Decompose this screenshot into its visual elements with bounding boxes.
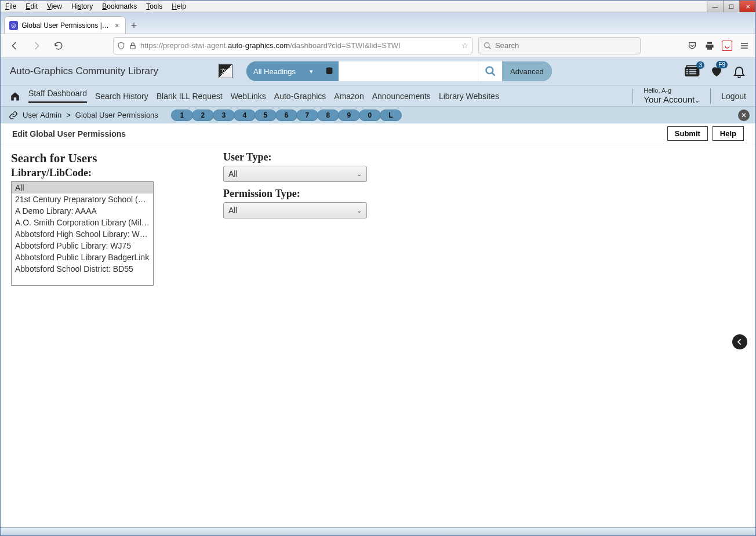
svg-point-1 <box>485 42 489 47</box>
menu-tools[interactable]: Tools <box>141 1 167 12</box>
tab-close-icon[interactable]: × <box>114 21 121 30</box>
headings-dropdown[interactable]: All Headings ▾ <box>246 61 320 81</box>
menu-file[interactable]: File <box>1 1 21 12</box>
notifications-icon[interactable] <box>732 64 746 78</box>
help-button[interactable]: Help <box>713 126 744 141</box>
app-nav: Staff Dashboard Search History Blank ILL… <box>1 85 755 106</box>
list-item[interactable]: A.O. Smith Corporation Library (Milwauke… <box>12 217 153 228</box>
search-heading: Search for Users <box>11 151 154 166</box>
svg-rect-7 <box>686 71 689 72</box>
browser-search-input[interactable]: Search <box>478 37 641 54</box>
account-hello: Hello, A-g <box>644 87 700 94</box>
list-item[interactable]: Abbotsford School District: BD55 <box>12 263 153 275</box>
browser-tab[interactable]: ◎ Global User Permissions | STWI × <box>4 16 126 34</box>
pill-6[interactable]: 6 <box>275 110 297 121</box>
database-icon[interactable] <box>320 61 339 81</box>
number-pills: 1 2 3 4 5 6 7 8 9 0 L <box>172 110 402 121</box>
catalog-search-button[interactable] <box>478 61 502 81</box>
breadcrumb-parent[interactable]: User Admin <box>23 111 61 119</box>
lists-badge: 3 <box>696 61 704 69</box>
language-icon[interactable]: 文A <box>219 64 232 78</box>
pill-1[interactable]: 1 <box>171 110 193 121</box>
nav-blank-ill[interactable]: Blank ILL Request <box>157 92 223 101</box>
pill-0[interactable]: 0 <box>359 110 381 121</box>
page-bar-title: Edit Global User Permissions <box>12 129 126 138</box>
pill-l[interactable]: L <box>380 110 402 121</box>
chevron-down-icon: ⌄ <box>357 170 362 178</box>
search-icon <box>484 42 492 50</box>
permission-type-select[interactable]: All ⌄ <box>223 202 367 218</box>
list-item[interactable]: Abbotsford High School Library: WI456 <box>12 228 153 240</box>
pill-2[interactable]: 2 <box>192 110 214 121</box>
app-header: Auto-Graphics Community Library 文A All H… <box>1 57 755 85</box>
search-placeholder: Search <box>495 41 519 50</box>
nav-search-history[interactable]: Search History <box>95 92 148 101</box>
nav-weblinks[interactable]: WebLinks <box>231 92 266 101</box>
breadcrumb-current: Global User Permissions <box>75 111 158 119</box>
window-footer <box>1 527 755 535</box>
svg-rect-5 <box>686 70 689 71</box>
catalog-search-input[interactable] <box>339 61 478 81</box>
print-icon[interactable] <box>704 41 715 51</box>
advanced-search-button[interactable]: Advanced <box>502 61 552 81</box>
forward-button[interactable] <box>28 38 45 54</box>
window-minimize-button[interactable]: — <box>707 1 723 12</box>
home-icon[interactable] <box>10 91 20 101</box>
hamburger-menu-icon[interactable] <box>739 41 750 51</box>
pill-4[interactable]: 4 <box>234 110 256 121</box>
reload-button[interactable] <box>50 38 67 54</box>
extension-icon[interactable]: ◡ <box>722 41 732 51</box>
favicon-icon: ◎ <box>9 21 18 30</box>
svg-rect-8 <box>689 71 696 72</box>
menu-view[interactable]: View <box>42 1 67 12</box>
url-bar[interactable]: https://preprod-stwi-agent.auto-graphics… <box>113 37 472 54</box>
account-menu[interactable]: Hello, A-g Your Account⌄ <box>644 87 700 105</box>
bookmark-star-icon[interactable]: ☆ <box>461 41 468 50</box>
pill-8[interactable]: 8 <box>317 110 339 121</box>
pill-9[interactable]: 9 <box>338 110 360 121</box>
nav-library-websites[interactable]: Library Websites <box>439 92 499 101</box>
pill-3[interactable]: 3 <box>213 110 235 121</box>
menu-help[interactable]: Help <box>167 1 191 12</box>
url-text: https://preprod-stwi-agent.auto-graphics… <box>140 41 458 50</box>
svg-rect-6 <box>689 70 696 71</box>
browser-navbar: https://preprod-stwi-agent.auto-graphics… <box>1 34 755 57</box>
list-item[interactable]: 21st Century Preparatory School (Racine)… <box>12 194 153 205</box>
user-type-select[interactable]: All ⌄ <box>223 166 367 182</box>
lists-icon[interactable]: 3 <box>685 65 701 78</box>
divider <box>633 89 633 104</box>
svg-rect-0 <box>130 45 135 49</box>
window-maximize-button[interactable]: ☐ <box>723 1 739 12</box>
new-tab-button[interactable]: + <box>126 17 142 34</box>
nav-announcements[interactable]: Announcements <box>372 92 431 101</box>
collapse-panel-button[interactable] <box>732 334 747 349</box>
nav-staff-dashboard[interactable]: Staff Dashboard <box>28 89 87 103</box>
menu-history[interactable]: History <box>67 1 97 12</box>
chevron-down-icon: ⌄ <box>695 97 700 104</box>
svg-rect-10 <box>689 74 696 75</box>
list-item[interactable]: Abbotsford Public Library BadgerLink <box>12 251 153 263</box>
divider <box>710 89 711 104</box>
menu-bookmarks[interactable]: Bookmarks <box>97 1 141 12</box>
menu-edit[interactable]: Edit <box>21 1 42 12</box>
browser-tabbar: ◎ Global User Permissions | STWI × + <box>1 12 755 34</box>
pill-7[interactable]: 7 <box>296 110 318 121</box>
page-bar: Edit Global User Permissions Submit Help <box>1 123 755 144</box>
list-item[interactable]: Abbotsford Public Library: WJ75 <box>12 240 153 251</box>
breadcrumb-close-button[interactable]: ✕ <box>738 110 750 121</box>
logout-link[interactable]: Logout <box>721 92 746 101</box>
pocket-icon[interactable] <box>687 41 697 51</box>
pill-5[interactable]: 5 <box>255 110 277 121</box>
page-content: Search for Users Library/LibCode: All 21… <box>1 144 755 293</box>
library-listbox[interactable]: All 21st Century Preparatory School (Rac… <box>11 181 154 286</box>
submit-button[interactable]: Submit <box>667 126 708 141</box>
window-close-button[interactable]: ✕ <box>739 1 755 12</box>
svg-point-3 <box>486 67 493 74</box>
favorites-icon[interactable]: F9 <box>709 64 724 78</box>
list-item[interactable]: A Demo Library: AAAA <box>12 205 153 217</box>
nav-auto-graphics[interactable]: Auto-Graphics <box>274 92 326 101</box>
back-button[interactable] <box>6 38 23 54</box>
nav-amazon[interactable]: Amazon <box>334 92 364 101</box>
breadcrumb-row: User Admin > Global User Permissions 1 2… <box>1 106 755 123</box>
list-item[interactable]: All <box>12 182 153 194</box>
